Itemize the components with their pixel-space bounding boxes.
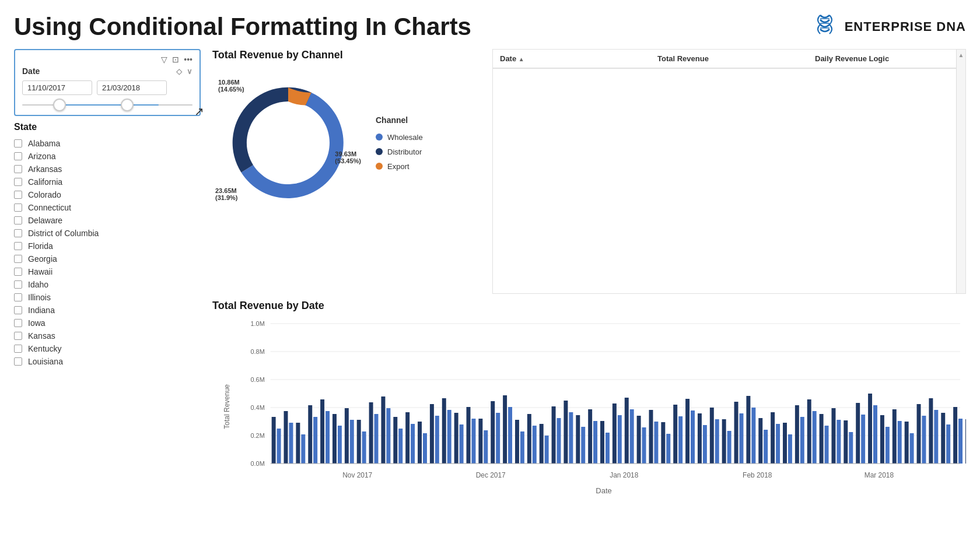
col-total-revenue[interactable]: Total Revenue [657,54,792,63]
state-item[interactable]: Arizona [14,150,201,163]
state-checkbox[interactable] [14,293,22,301]
svg-rect-40 [418,422,422,464]
svg-rect-96 [758,418,762,464]
svg-rect-86 [698,413,702,464]
export-label: Export [387,162,410,171]
wholesale-label: Wholesale [387,133,423,142]
svg-rect-76 [637,416,641,464]
state-checkbox[interactable] [14,178,22,186]
svg-rect-60 [540,424,544,464]
state-checkbox[interactable] [14,306,22,314]
end-date-input[interactable] [97,80,167,95]
svg-rect-17 [277,429,281,464]
state-checkbox[interactable] [14,165,22,173]
state-checkbox[interactable] [14,332,22,340]
start-date-input[interactable] [22,80,92,95]
sort-arrow-date: ▲ [519,56,524,62]
state-filter-title: State [14,122,201,132]
col-daily-revenue[interactable]: Daily Revenue Logic [815,54,949,63]
table-area: Date ▲ Total Revenue Daily Revenue Logic [492,49,966,294]
svg-rect-82 [673,405,677,464]
table-panel: Date ▲ Total Revenue Daily Revenue Logic [492,49,966,294]
table-scrollbar[interactable]: ▲ [956,50,965,293]
col-date[interactable]: Date ▲ [500,54,634,63]
date-slider[interactable]: ↗ [22,102,192,108]
svg-rect-71 [606,433,610,464]
svg-rect-16 [272,417,276,464]
state-checkbox[interactable] [14,191,22,199]
svg-rect-45 [447,410,452,464]
state-item[interactable]: Indiana [14,304,201,317]
state-item[interactable]: Illinois [14,291,201,304]
state-checkbox[interactable] [14,152,22,160]
logo-area: ENTERPRISE DNA [811,10,966,43]
state-item[interactable]: California [14,176,201,188]
svg-rect-35 [386,408,390,464]
state-item[interactable]: Florida [14,240,201,252]
svg-rect-28 [345,408,349,464]
charts-top: Total Revenue by Channel [212,49,966,294]
state-checkbox[interactable] [14,255,22,263]
x-axis-title: Date [242,486,966,495]
svg-rect-52 [491,401,495,464]
state-item[interactable]: Louisiana [14,355,201,368]
legend-title: Channel [376,115,423,125]
state-checkbox[interactable] [14,268,22,276]
state-checkbox[interactable] [14,139,22,148]
state-item[interactable]: Colorado [14,188,201,201]
page-header: Using Conditional Formatting In Charts E… [0,0,980,49]
state-checkbox[interactable] [14,319,22,327]
state-item[interactable]: Kansas [14,329,201,342]
slider-thumb-right[interactable] [121,99,134,111]
state-checkbox[interactable] [14,242,22,250]
svg-rect-20 [296,423,300,464]
table-inner: Date ▲ Total Revenue Daily Revenue Logic [493,50,956,293]
state-checkbox[interactable] [14,345,22,353]
svg-rect-54 [503,395,507,464]
expand-icon[interactable]: ⊡ [172,55,179,64]
svg-rect-81 [666,434,670,464]
state-checkbox[interactable] [14,203,22,212]
svg-rect-93 [740,413,744,464]
state-item[interactable]: Alabama [14,137,201,150]
svg-rect-44 [442,398,446,464]
state-item[interactable]: District of Columbia [14,227,201,240]
state-item[interactable]: Kentucky [14,342,201,355]
state-checkbox[interactable] [14,280,22,289]
svg-rect-80 [661,422,665,464]
state-item[interactable]: Hawaii [14,265,201,278]
svg-rect-79 [654,422,658,464]
legend-item-distributor: Distributor [376,148,423,156]
svg-rect-122 [917,404,921,464]
donut-label-wholesale: 39.63M(53.45%) [335,150,361,164]
svg-rect-124 [929,398,933,464]
slider-fill [56,104,158,106]
scroll-up-arrow[interactable]: ▲ [958,52,964,58]
more-icon[interactable]: ••• [184,55,192,64]
svg-rect-91 [727,431,732,464]
slider-thumb-left[interactable] [53,99,66,111]
state-filter: State AlabamaArizonaArkansasCaliforniaCo… [14,122,201,550]
state-item[interactable]: Iowa [14,317,201,329]
channel-legend: Channel Wholesale Distributor Export [376,115,423,171]
collapse-icon[interactable]: ∨ [187,67,192,76]
svg-rect-97 [764,430,768,464]
state-item[interactable]: Connecticut [14,201,201,214]
state-item[interactable]: Delaware [14,214,201,227]
clear-icon[interactable]: ◇ [176,67,182,76]
state-checkbox[interactable] [14,216,22,224]
state-checkbox[interactable] [14,229,22,237]
state-checkbox[interactable] [14,357,22,366]
filter-icon[interactable]: ▽ [161,55,167,64]
svg-rect-64 [564,401,568,464]
state-item[interactable]: Idaho [14,278,201,291]
svg-text:0.6M: 0.6M [250,376,264,383]
state-item[interactable]: Georgia [14,252,201,265]
table-body [493,69,956,288]
slicer-title: Date ◇ ∨ [22,66,192,76]
state-item[interactable]: Arkansas [14,163,201,176]
state-list[interactable]: AlabamaArizonaArkansasCaliforniaColorado… [14,137,201,548]
svg-rect-78 [649,410,653,464]
svg-rect-84 [685,399,690,464]
svg-text:0.2M: 0.2M [250,432,264,439]
